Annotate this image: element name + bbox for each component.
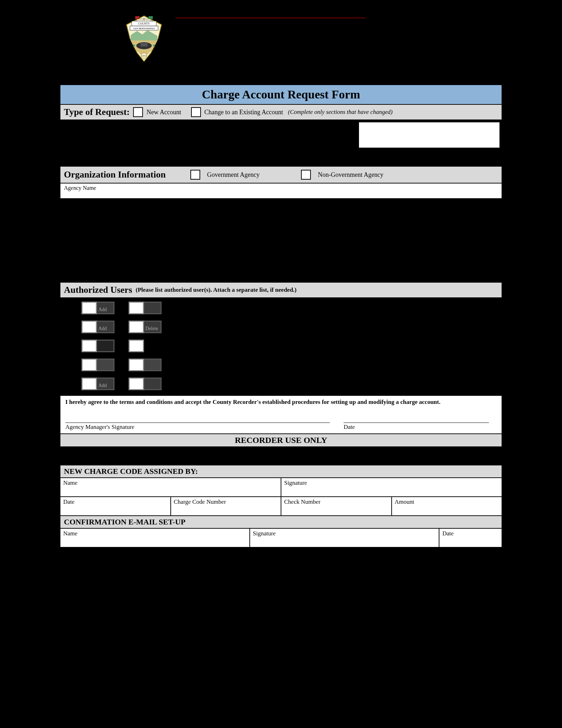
auth-user-row-1: Add [81, 302, 495, 314]
confirm-signature-label: Signature [253, 530, 276, 537]
nongov-agency-checkbox[interactable] [301, 170, 311, 180]
spacer-2 [60, 447, 502, 465]
auth-users-title: Authorized Users [64, 285, 132, 295]
confirmation-email-header: CONFIRMATION E-MAIL SET-UP [60, 516, 502, 529]
new-account-checkbox[interactable] [133, 107, 143, 117]
county-seal-icon: COUNTY SAN BERNARDINO [123, 14, 165, 63]
au-delete-label [144, 302, 162, 314]
confirm-name-cell[interactable]: Name [60, 529, 250, 547]
au-delete-label: Delete [144, 321, 162, 333]
auth-user-row-2: Add Delete [81, 321, 495, 333]
svg-rect-7 [149, 16, 153, 19]
au-delete-checkbox-3[interactable] [129, 340, 144, 352]
date-line[interactable] [344, 423, 489, 423]
gov-agency-checkbox[interactable] [190, 170, 200, 180]
org-info-title: Organization Information [64, 169, 166, 180]
confirm-row: Name Signature Date [60, 529, 502, 548]
au-add-label: Add [97, 321, 115, 333]
new-account-label: New Account [146, 109, 181, 116]
ncc-date-cell[interactable]: Date [60, 497, 171, 515]
ncc-amount-label: Amount [395, 498, 414, 505]
confirm-name-label: Name [63, 530, 78, 537]
header-divider [176, 18, 365, 18]
ncc-signature-cell[interactable]: Signature [281, 478, 502, 496]
auth-user-row-5: Add [81, 378, 495, 390]
org-info-header: Organization Information Government Agen… [60, 166, 502, 183]
ncc-code-cell[interactable]: Charge Code Number [171, 497, 282, 515]
au-delete-checkbox-4[interactable] [129, 359, 144, 371]
svg-text:1853: 1853 [142, 55, 146, 57]
au-delete-label [144, 378, 162, 390]
confirm-date-cell[interactable]: Date [439, 529, 502, 547]
agreement-text: I hereby agree to the terms and conditio… [65, 399, 497, 406]
gov-agency-label: Government Agency [207, 171, 260, 179]
au-add-checkbox-1[interactable] [81, 302, 97, 314]
new-code-row-2: Date Charge Code Number Check Number Amo… [60, 497, 502, 516]
ncc-date-label: Date [63, 498, 74, 505]
ncc-check-label: Check Number [284, 498, 320, 505]
confirm-signature-cell[interactable]: Signature [250, 529, 440, 547]
svg-rect-6 [135, 16, 139, 19]
ncc-amount-cell[interactable]: Amount [392, 497, 502, 515]
confirm-date-label: Date [442, 530, 453, 537]
page-header: COUNTY SAN BERNARDINO [60, 14, 502, 63]
change-existing-label: Change to an Existing Account [204, 109, 283, 116]
signature-line[interactable] [65, 423, 330, 423]
auth-user-row-4 [81, 359, 495, 371]
svg-rect-9 [140, 43, 148, 46]
header-title-area [176, 14, 502, 19]
agency-name-row: Agency Name [60, 183, 502, 199]
au-delete-checkbox-5[interactable] [129, 378, 144, 390]
au-add-label: Add [97, 302, 115, 314]
existing-account-field[interactable] [359, 122, 499, 148]
date-label: Date [344, 424, 497, 431]
new-code-row-1: Name Signature [60, 478, 502, 497]
ncc-name-label: Name [63, 479, 78, 486]
type-of-request-section: Type of Request: New Account Change to a… [60, 105, 502, 120]
au-add-checkbox-4[interactable] [81, 359, 97, 371]
au-add-label [97, 340, 115, 352]
au-add-label: Add [97, 378, 115, 390]
signature-label: Agency Manager's Signature [65, 424, 344, 431]
agency-name-label: Agency Name [64, 185, 96, 191]
type-of-request-label: Type of Request: [64, 107, 130, 117]
svg-text:COUNTY: COUNTY [138, 22, 150, 25]
au-add-checkbox-5[interactable] [81, 378, 97, 390]
au-delete-label [144, 359, 162, 371]
auth-users-header: Authorized Users (Please list authorized… [60, 282, 502, 298]
form-title: Charge Account Request Form [60, 84, 502, 105]
org-info-body [60, 199, 502, 282]
auth-users-body: Add Add Delete Add [60, 298, 502, 396]
au-delete-checkbox-2[interactable] [129, 321, 144, 333]
au-add-label [97, 359, 115, 371]
change-existing-note: (Complete only sections that have change… [288, 109, 393, 116]
new-charge-code-header: NEW CHARGE CODE ASSIGNED BY: [60, 465, 502, 478]
ncc-name-cell[interactable]: Name [60, 478, 281, 496]
change-existing-checkbox[interactable] [191, 107, 201, 117]
existing-account-area [60, 120, 502, 152]
auth-user-row-3 [81, 340, 495, 352]
au-delete-checkbox-1[interactable] [129, 302, 144, 314]
au-add-checkbox-3[interactable] [81, 340, 97, 352]
agreement-section: I hereby agree to the terms and conditio… [60, 396, 502, 434]
ncc-signature-label: Signature [284, 479, 307, 486]
recorder-use-only-header: RECORDER USE ONLY [60, 434, 502, 447]
nongov-agency-label: Non-Government Agency [318, 171, 383, 179]
auth-users-subtitle: (Please list authorized user(s). Attach … [136, 286, 296, 294]
spacer-1 [60, 152, 502, 166]
au-add-checkbox-2[interactable] [81, 321, 97, 333]
svg-text:SAN BERNARDINO: SAN BERNARDINO [133, 27, 155, 30]
ncc-code-label: Charge Code Number [174, 498, 226, 505]
ncc-check-cell[interactable]: Check Number [281, 497, 392, 515]
